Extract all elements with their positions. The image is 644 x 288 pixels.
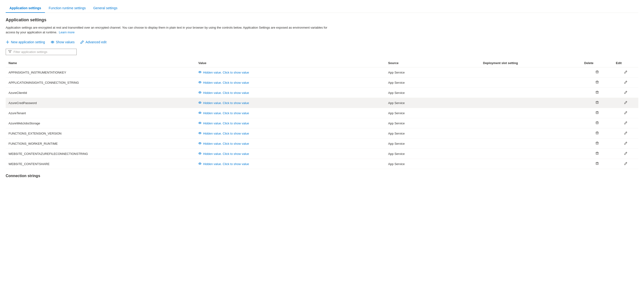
show-value-link[interactable]: Hidden value. Click to show value — [198, 91, 382, 95]
cell-slot-setting — [480, 98, 582, 108]
cell-delete — [581, 139, 613, 149]
edit-button[interactable] — [623, 110, 629, 116]
edit-button[interactable] — [623, 80, 629, 85]
edit-button[interactable] — [623, 151, 629, 156]
edit-button[interactable] — [623, 131, 629, 136]
cell-value: Hidden value. Click to show value — [196, 118, 385, 128]
tab-application-settings[interactable]: Application settings — [6, 4, 45, 13]
cell-slot-setting — [480, 149, 582, 159]
cell-name: AzureCredPassword — [6, 98, 196, 108]
pencil-toolbar-icon — [80, 40, 84, 44]
cell-delete — [581, 98, 613, 108]
show-value-link[interactable]: Hidden value. Click to show value — [198, 81, 382, 85]
cell-source: App Service — [385, 118, 480, 128]
cell-slot-setting — [480, 67, 582, 77]
edit-button[interactable] — [623, 121, 629, 126]
cell-name: FUNCTIONS_EXTENSION_VERSION — [6, 128, 196, 139]
show-values-button[interactable]: Show values — [51, 39, 74, 45]
cell-source: App Service — [385, 67, 480, 77]
cell-value: Hidden value. Click to show value — [196, 159, 385, 169]
cell-value: Hidden value. Click to show value — [196, 128, 385, 139]
delete-button[interactable] — [594, 161, 600, 166]
show-value-link[interactable]: Hidden value. Click to show value — [198, 121, 382, 125]
svg-rect-13 — [596, 102, 598, 104]
cell-slot-setting — [480, 88, 582, 98]
edit-button[interactable] — [623, 141, 629, 146]
cell-value: Hidden value. Click to show value — [196, 98, 385, 108]
filter-input-wrapper — [6, 49, 77, 55]
edit-button[interactable] — [623, 70, 629, 75]
svg-point-2 — [199, 71, 201, 73]
cell-name: FUNCTIONS_WORKER_RUNTIME — [6, 139, 196, 149]
column-header-name: Name — [6, 59, 196, 67]
cell-name: AzureClientId — [6, 88, 196, 98]
cell-name: AzureWebJobsStorage — [6, 118, 196, 128]
svg-point-24 — [200, 143, 200, 144]
table-row: AzureTenant Hidden value. Click to show … — [6, 108, 638, 118]
eye-icon — [198, 162, 202, 166]
delete-button[interactable] — [594, 131, 600, 136]
svg-rect-25 — [596, 142, 598, 144]
delete-button[interactable] — [594, 90, 600, 95]
table-row: AzureClientId Hidden value. Click to sho… — [6, 88, 638, 98]
eye-icon — [198, 111, 202, 115]
cell-name: APPINSIGHTS_INSTRUMENTATIONKEY — [6, 67, 196, 77]
table-header: Name Value Source Deployment slot settin… — [6, 59, 638, 67]
advanced-edit-button[interactable]: Advanced edit — [80, 39, 106, 45]
edit-button[interactable] — [623, 90, 629, 95]
delete-button[interactable] — [594, 100, 600, 105]
cell-source: App Service — [385, 98, 480, 108]
show-value-link[interactable]: Hidden value. Click to show value — [198, 131, 382, 135]
eye-icon — [198, 101, 202, 105]
cell-value: Hidden value. Click to show value — [196, 149, 385, 159]
show-value-link[interactable]: Hidden value. Click to show value — [198, 70, 382, 74]
delete-button[interactable] — [594, 70, 600, 75]
svg-point-18 — [200, 122, 200, 123]
cell-delete — [581, 67, 613, 77]
eye-icon — [198, 91, 202, 95]
cell-slot-setting — [480, 108, 582, 118]
column-header-source: Source — [385, 59, 480, 67]
edit-button[interactable] — [623, 161, 629, 166]
svg-point-27 — [200, 153, 200, 154]
svg-rect-22 — [596, 132, 598, 134]
connection-strings-section-title: Connection strings — [6, 169, 638, 180]
tab-function-runtime-settings[interactable]: Function runtime settings — [45, 4, 90, 13]
delete-button[interactable] — [594, 121, 600, 126]
cell-edit — [613, 88, 638, 98]
cell-delete — [581, 149, 613, 159]
cell-slot-setting — [480, 159, 582, 169]
cell-name: APPLICATIONINSIGHTS_CONNECTION_STRING — [6, 77, 196, 88]
svg-rect-19 — [596, 122, 598, 124]
show-value-link[interactable]: Hidden value. Click to show value — [198, 142, 382, 146]
show-value-link[interactable]: Hidden value. Click to show value — [198, 111, 382, 115]
delete-button[interactable] — [594, 110, 600, 116]
table-row: AzureWebJobsStorage Hidden value. Click … — [6, 118, 638, 128]
cell-edit — [613, 77, 638, 88]
svg-point-5 — [199, 81, 201, 83]
cell-edit — [613, 149, 638, 159]
new-application-setting-button[interactable]: New application setting — [6, 39, 45, 45]
cell-slot-setting — [480, 128, 582, 139]
delete-button[interactable] — [594, 141, 600, 146]
svg-point-26 — [199, 153, 201, 154]
learn-more-link[interactable]: Learn more — [59, 30, 74, 34]
cell-source: App Service — [385, 108, 480, 118]
filter-input[interactable] — [14, 50, 74, 54]
delete-button[interactable] — [594, 151, 600, 156]
show-value-link[interactable]: Hidden value. Click to show value — [198, 101, 382, 105]
cell-edit — [613, 159, 638, 169]
column-header-value: Value — [196, 59, 385, 67]
cell-slot-setting — [480, 139, 582, 149]
tab-general-settings[interactable]: General settings — [90, 4, 121, 13]
show-value-link[interactable]: Hidden value. Click to show value — [198, 162, 382, 166]
filter-icon — [8, 50, 12, 54]
page-title: Application settings — [6, 17, 638, 22]
delete-button[interactable] — [594, 80, 600, 85]
svg-point-23 — [199, 142, 201, 144]
edit-button[interactable] — [623, 100, 629, 105]
cell-value: Hidden value. Click to show value — [196, 67, 385, 77]
show-value-link[interactable]: Hidden value. Click to show value — [198, 152, 382, 156]
cell-name: AzureTenant — [6, 108, 196, 118]
cell-value: Hidden value. Click to show value — [196, 88, 385, 98]
